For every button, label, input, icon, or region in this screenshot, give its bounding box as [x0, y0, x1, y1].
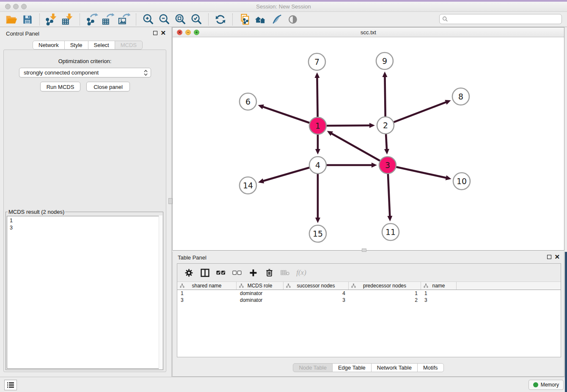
network-canvas[interactable]: 1234678910111415 — [173, 37, 564, 250]
column-header-predecessor-nodes[interactable]: predecessor nodes — [349, 282, 421, 290]
select-all-checkboxes-icon[interactable] — [215, 267, 226, 278]
graph-edge-arrowhead — [258, 105, 264, 109]
app-title: Session: New Session — [0, 3, 567, 10]
table-toolbar: f(x) — [177, 264, 561, 282]
control-panel-header: Control Panel ✕ — [0, 27, 169, 41]
export-network-icon[interactable] — [85, 13, 99, 26]
graph-edge-2-9[interactable] — [385, 75, 385, 123]
close-panel-icon[interactable]: ✕ — [160, 31, 166, 35]
run-mcds-button[interactable]: Run MCDS — [40, 82, 80, 91]
tab-motifs[interactable]: Motifs — [417, 363, 444, 372]
split-panel-icon[interactable] — [199, 267, 210, 278]
graph-edge-arrowhead — [445, 100, 451, 105]
tab-select[interactable]: Select — [88, 41, 115, 50]
home-icon[interactable] — [253, 13, 268, 26]
vertical-splitter-handle[interactable] — [168, 198, 172, 204]
graph-edge-1-6[interactable] — [261, 106, 315, 125]
graph-node-label: 1 — [315, 121, 320, 130]
optimization-criterion-dropdown[interactable]: strongly connected component — [19, 68, 151, 77]
graph-edge-2-8[interactable] — [388, 102, 448, 124]
table-cell[interactable]: 1 — [421, 290, 457, 297]
export-table-icon[interactable] — [101, 13, 115, 26]
table-cell[interactable]: 3 — [284, 297, 349, 304]
copy-network-icon[interactable] — [237, 13, 252, 26]
toolbar-separator — [208, 14, 209, 25]
zoom-fit-icon[interactable] — [173, 13, 187, 26]
graph-edge-3-1[interactable] — [330, 133, 385, 164]
tab-network-table[interactable]: Network Table — [371, 363, 418, 372]
float-panel-icon[interactable] — [153, 31, 157, 35]
column-header-mcds-role[interactable]: MCDS role — [237, 282, 284, 290]
result-scrollbar[interactable] — [159, 215, 162, 369]
float-table-panel-icon[interactable] — [547, 255, 551, 259]
tab-node-table[interactable]: Node Table — [293, 363, 333, 372]
column-header-name[interactable]: name — [421, 282, 457, 290]
add-entry-icon[interactable] — [248, 267, 259, 278]
table-cell[interactable]: 3 — [421, 297, 457, 304]
main-toolbar — [0, 12, 567, 27]
close-panel-button[interactable]: Close panel — [86, 82, 130, 91]
refresh-layout-icon[interactable] — [213, 13, 228, 26]
table-cell[interactable]: 2 — [349, 297, 421, 304]
tab-network[interactable]: Network — [33, 41, 65, 50]
tab-mcds[interactable]: MCDS — [115, 41, 143, 50]
table-cell[interactable]: dominator — [237, 290, 284, 297]
control-panel-title: Control Panel — [6, 30, 39, 37]
memory-label: Memory — [541, 382, 559, 388]
network-graph: 1234678910111415 — [173, 37, 564, 250]
toggle-graphics-details-icon[interactable] — [286, 13, 300, 26]
table-cell[interactable]: 1 — [177, 290, 237, 297]
tab-style[interactable]: Style — [64, 41, 88, 50]
close-table-panel-icon[interactable]: ✕ — [554, 255, 560, 259]
graph-edge-1-2[interactable] — [320, 125, 371, 126]
horizontal-splitter-handle[interactable] — [362, 248, 366, 252]
table-row: 1dominator411 — [177, 290, 561, 297]
column-header-shared-name[interactable]: shared name — [177, 282, 237, 290]
zoom-in-icon[interactable] — [141, 13, 155, 26]
graph-node-label: 11 — [385, 227, 396, 237]
export-image-icon[interactable] — [117, 13, 131, 26]
search-input[interactable] — [448, 16, 561, 23]
graph-edge-3-11[interactable] — [388, 168, 390, 218]
import-table-icon[interactable] — [61, 13, 75, 26]
table-header-row: shared nameMCDS rolesuccessor nodesprede… — [177, 282, 561, 290]
network-window-titlebar[interactable]: ✕ – + scc.txt — [173, 28, 564, 37]
graph-node-label: 8 — [458, 92, 463, 101]
graph-edge-4-14[interactable] — [262, 166, 316, 182]
table-cell[interactable]: 1 — [349, 290, 421, 297]
table-cell[interactable]: 4 — [284, 290, 349, 297]
graph-node-label: 4 — [315, 160, 320, 170]
delete-entry-icon[interactable] — [264, 267, 275, 278]
memory-button[interactable]: Memory — [528, 380, 564, 390]
toolbar-separator — [232, 14, 233, 25]
graph-edge-arrowhead — [383, 72, 388, 77]
table-cell[interactable]: dominator — [237, 297, 284, 304]
tab-edge-table[interactable]: Edge Table — [332, 363, 372, 372]
zoom-out-icon[interactable] — [157, 13, 171, 26]
settings-gear-icon[interactable] — [183, 267, 194, 278]
search-box[interactable] — [439, 14, 562, 24]
delete-table-icon-disabled — [280, 267, 291, 278]
node-table-container: f(x) shared nameMCDS rolesuccessor nodes… — [177, 263, 561, 357]
zoom-selected-icon[interactable] — [189, 13, 204, 26]
graph-edge-arrowhead — [372, 163, 377, 168]
column-header-successor-nodes[interactable]: successor nodes — [284, 282, 349, 290]
control-panel-body: Optimization criterion: strongly connect… — [3, 50, 166, 372]
task-history-button[interactable] — [4, 380, 17, 390]
import-network-icon[interactable] — [44, 13, 59, 26]
table-panel-title: Table Panel — [178, 254, 206, 261]
graph-edge-arrowhead — [315, 72, 320, 78]
network-window-title: scc.txt — [173, 29, 564, 36]
table-row: 3dominator323 — [177, 297, 561, 304]
control-panel-tabs: NetworkStyleSelectMCDS — [33, 41, 143, 50]
table-cell[interactable]: 3 — [177, 297, 237, 304]
open-folder-icon[interactable] — [4, 13, 19, 26]
graph-edge-3-10[interactable] — [390, 166, 448, 178]
vizmapper-icon[interactable] — [270, 13, 284, 26]
mcds-result-text[interactable]: 1 3 — [7, 216, 162, 369]
list-icon — [7, 382, 14, 388]
save-icon[interactable] — [20, 13, 35, 26]
deselect-all-checkboxes-icon[interactable] — [231, 267, 242, 278]
function-builder-icon-disabled: f(x) — [296, 267, 307, 278]
graph-edge-1-7[interactable] — [317, 76, 317, 123]
